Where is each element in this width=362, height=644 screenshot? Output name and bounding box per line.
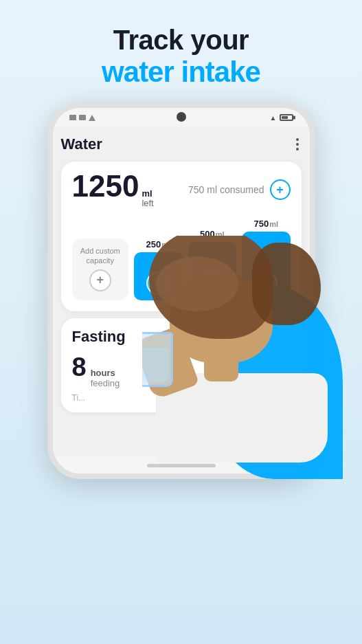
water-stats-row: 1250 ml left 750 ml consumed +	[72, 171, 291, 209]
add-water-button[interactable]: +	[270, 179, 291, 200]
app-title: Water	[61, 135, 102, 153]
water-consumed: 750 ml consumed +	[188, 179, 291, 200]
signal-triangle-icon	[89, 115, 95, 121]
fasting-labels: hours feeding	[91, 368, 120, 389]
dot-icon	[296, 143, 299, 146]
cup-750-label: 750ml	[253, 219, 278, 229]
water-amount: 1250 ml left	[72, 171, 154, 209]
status-right-icons: ▲	[270, 114, 293, 122]
fasting-feeding-label: feeding	[91, 378, 120, 389]
phone-mockup: ▲ Water 1	[47, 102, 315, 479]
fasting-hours-number: 8	[72, 353, 87, 382]
status-left-icons	[69, 115, 95, 121]
water-unit: ml left	[142, 189, 153, 209]
app-header: Water	[61, 134, 302, 155]
water-ml-label: ml	[142, 189, 153, 199]
battery-fill	[282, 116, 289, 119]
header-line1: Track your	[102, 25, 260, 56]
battery-tip-icon	[293, 116, 295, 120]
menu-dots-button[interactable]	[293, 135, 302, 153]
header-line2: water intake	[102, 56, 260, 89]
cup-unit-label: ml	[269, 220, 278, 228]
signal-bar-icon	[79, 115, 86, 120]
water-number: 1250	[72, 171, 139, 201]
home-bar-indicator	[147, 464, 216, 467]
status-bar: ▲	[53, 108, 310, 127]
water-consumed-text: 750 ml consumed	[188, 184, 264, 195]
custom-capacity-cup: Add custom capacity +	[72, 238, 129, 300]
water-left-label: left	[142, 199, 153, 208]
camera-icon	[177, 112, 186, 122]
battery-icon	[280, 114, 293, 121]
wifi-icon: ▲	[270, 114, 277, 122]
fasting-hours-label: hours	[91, 368, 120, 379]
signal-bar-icon	[69, 115, 76, 120]
dot-icon	[296, 148, 299, 151]
add-custom-button[interactable]: +	[89, 269, 111, 291]
dot-icon	[296, 138, 299, 141]
custom-capacity-label: Add custom capacity	[76, 247, 125, 265]
